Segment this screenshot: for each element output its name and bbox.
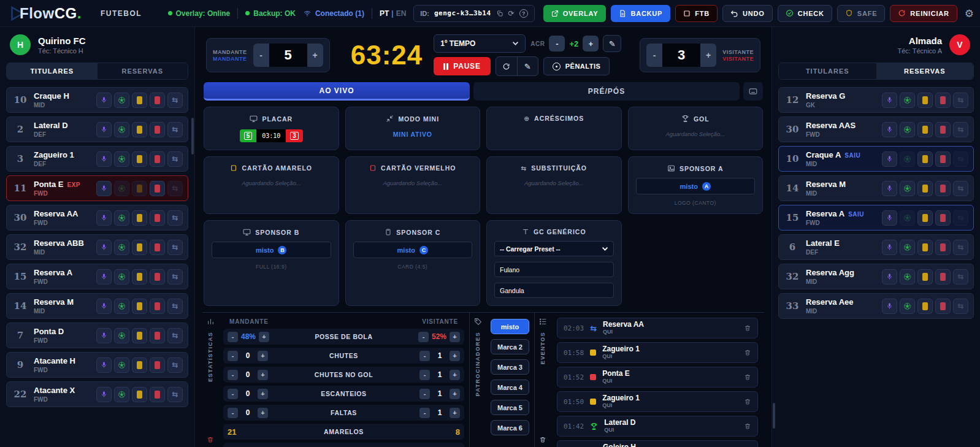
player-substitute-button[interactable]: ⇆ (167, 387, 183, 402)
player-goal-button[interactable] (114, 357, 129, 373)
panel-modo-mini[interactable]: MODO MINI MINI ATIVO (345, 107, 481, 150)
overlay-button[interactable]: OVERLAY (543, 5, 607, 22)
reset-clock-button[interactable] (496, 57, 517, 75)
stat-away-decrement-button[interactable]: - (419, 389, 430, 399)
undo-button[interactable]: UNDO (722, 5, 773, 22)
scrollbar-thumb[interactable] (773, 403, 775, 429)
sponsor-brand-button[interactable]: Marca 2 (491, 339, 529, 354)
player-row[interactable]: 32 Reserva Agg MID ⇆ (778, 264, 974, 289)
home-score-increment-button[interactable]: + (307, 44, 323, 67)
player-mic-button[interactable] (96, 122, 112, 137)
player-yellow-card-button[interactable] (132, 181, 147, 196)
player-red-card-button[interactable] (150, 328, 165, 343)
player-red-card-button[interactable] (935, 299, 951, 314)
player-substitute-button[interactable]: ⇆ (167, 240, 183, 255)
player-row[interactable]: 11 Ponta E EXP FWD ⇆ (6, 175, 188, 201)
player-substitute-button[interactable]: ⇆ (167, 269, 183, 285)
player-red-card-button[interactable] (150, 122, 165, 137)
stat-away-increment-button[interactable]: + (450, 389, 460, 399)
player-yellow-card-button[interactable] (132, 387, 147, 402)
player-yellow-card-button[interactable] (132, 240, 147, 255)
stat-home-decrement-button[interactable]: - (228, 351, 238, 361)
player-goal-button[interactable] (114, 387, 129, 402)
tab-pre-pos[interactable]: PRÉ/PÓS (473, 82, 740, 101)
player-red-card-button[interactable] (935, 269, 951, 285)
gc-preset-select[interactable]: -- Carregar Preset -- (494, 241, 614, 256)
player-row[interactable]: 12 Reserva G GK ⇆ (778, 87, 974, 113)
player-yellow-card-button[interactable] (132, 299, 147, 314)
player-substitute-button[interactable]: ⇆ (167, 93, 183, 108)
sponsor-a-slot-button[interactable]: mistoA (636, 178, 756, 194)
player-yellow-card-button[interactable] (132, 328, 147, 343)
player-yellow-card-button[interactable] (132, 93, 147, 108)
delete-event-button[interactable] (744, 349, 751, 356)
gc-line1-input[interactable] (494, 262, 614, 277)
stat-away-decrement-button[interactable]: - (419, 351, 430, 361)
sponsor-brand-button[interactable]: Marca 3 (491, 359, 529, 375)
player-yellow-card-button[interactable] (917, 181, 933, 196)
sponsor-c-slot-button[interactable]: mistoC (353, 242, 473, 258)
player-goal-button[interactable] (900, 299, 915, 314)
regenerate-id-button[interactable]: ⟳ (508, 9, 515, 18)
player-row[interactable]: 14 Reserva M MID ⇆ (778, 175, 974, 201)
stat-home-increment-button[interactable]: + (259, 332, 269, 342)
period-select[interactable]: 1º TEMPO (434, 34, 526, 53)
player-goal-button[interactable] (114, 151, 129, 167)
acr-decrement-button[interactable]: - (549, 36, 565, 52)
player-mic-button[interactable] (96, 240, 112, 255)
player-red-card-button[interactable] (150, 269, 165, 285)
player-row[interactable]: 22 Atacante X FWD ⇆ (6, 381, 188, 407)
sponsor-brand-button[interactable]: Marca 4 (491, 380, 529, 395)
team-tab[interactable]: RESERVAS (876, 63, 974, 79)
player-yellow-card-button[interactable] (917, 299, 933, 314)
player-red-card-button[interactable] (150, 387, 165, 402)
player-goal-button[interactable] (114, 181, 129, 196)
player-row[interactable]: 7 Ponta D FWD ⇆ (6, 323, 188, 348)
player-goal-button[interactable] (114, 122, 129, 137)
player-yellow-card-button[interactable] (917, 122, 933, 137)
player-goal-button[interactable] (114, 299, 129, 314)
player-substitute-button[interactable]: ⇆ (167, 181, 183, 196)
player-mic-button[interactable] (96, 328, 112, 343)
player-goal-button[interactable] (900, 210, 915, 226)
panel-gol[interactable]: GOL Aguardando Seleção... (628, 107, 764, 150)
player-substitute-button[interactable]: ⇆ (167, 357, 183, 373)
player-red-card-button[interactable] (150, 357, 165, 373)
acr-increment-button[interactable]: + (583, 36, 599, 52)
player-goal-button[interactable] (900, 240, 915, 255)
player-mic-button[interactable] (882, 299, 897, 314)
player-yellow-card-button[interactable] (917, 93, 933, 108)
player-goal-button[interactable] (900, 269, 915, 285)
stat-away-increment-button[interactable]: + (450, 408, 460, 418)
player-row[interactable]: 9 Atacante H FWD ⇆ (6, 352, 188, 378)
player-yellow-card-button[interactable] (917, 240, 933, 255)
stat-home-decrement-button[interactable]: - (228, 408, 238, 418)
player-goal-button[interactable] (114, 240, 129, 255)
player-row[interactable]: 32 Reserva ABB MID ⇆ (6, 234, 188, 260)
clear-events-button[interactable] (539, 436, 546, 443)
player-substitute-button[interactable]: ⇆ (953, 122, 968, 137)
player-yellow-card-button[interactable] (917, 210, 933, 226)
stat-away-increment-button[interactable]: + (450, 370, 460, 380)
check-button[interactable]: CHECK (778, 5, 832, 22)
player-red-card-button[interactable] (935, 151, 951, 167)
player-mic-button[interactable] (96, 210, 112, 226)
scrollbar-thumb[interactable] (191, 118, 194, 155)
player-yellow-card-button[interactable] (132, 357, 147, 373)
player-substitute-button[interactable]: ⇆ (167, 151, 183, 167)
player-row[interactable]: 6 Lateral E DEF ⇆ (778, 234, 974, 260)
backup-button[interactable]: BACKUP (611, 5, 670, 22)
home-score-decrement-button[interactable]: - (253, 44, 269, 67)
player-row[interactable]: 15 Reserva A SAIU FWD ⇆ (778, 205, 974, 231)
player-mic-button[interactable] (96, 357, 112, 373)
team-tab[interactable]: TITULARES (7, 63, 98, 79)
ftb-button[interactable]: FTB (675, 5, 718, 22)
penalties-button[interactable]: PÊNALTIS (543, 57, 610, 75)
shortcuts-button[interactable] (743, 82, 763, 101)
player-row[interactable]: 3 Zagueiro 1 DEF ⇆ (6, 146, 188, 172)
tab-ao-vivo[interactable]: AO VIVO (204, 82, 470, 101)
away-score-decrement-button[interactable]: - (646, 44, 662, 67)
player-goal-button[interactable] (114, 210, 129, 226)
stat-away-increment-button[interactable]: + (450, 332, 460, 342)
gc-line2-input[interactable] (494, 283, 614, 298)
